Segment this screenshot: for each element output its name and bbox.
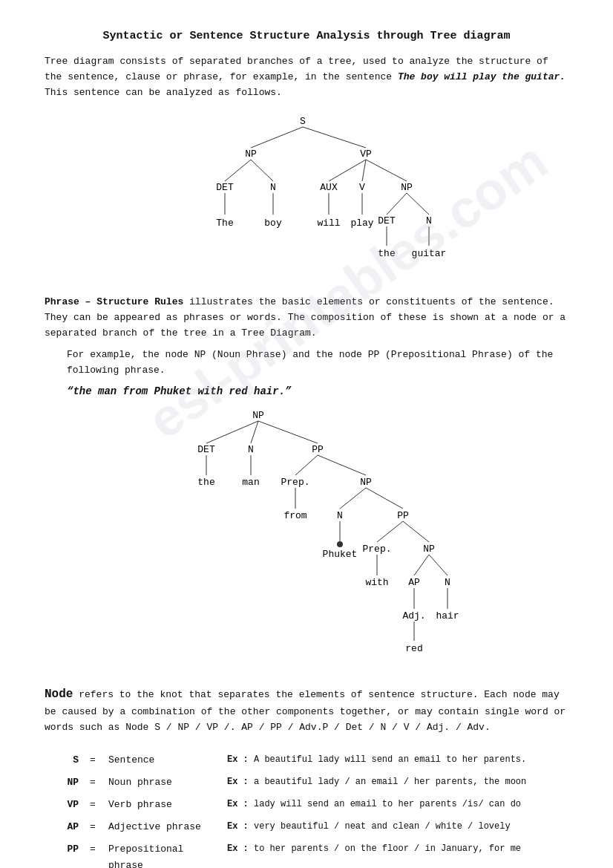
eq-cell: = bbox=[82, 838, 104, 868]
svg-text:NP: NP bbox=[252, 410, 264, 421]
intro-end: This sentence can be analyzed as follows… bbox=[45, 87, 282, 98]
svg-line-32 bbox=[206, 421, 258, 443]
name-cell: Noun phrase bbox=[104, 771, 223, 794]
svg-text:will: will bbox=[317, 218, 340, 229]
table-row: S = Sentence Ex : A beautiful lady will … bbox=[45, 749, 568, 771]
svg-line-41 bbox=[318, 455, 366, 475]
phrase-structure-header: Phrase – Structure Rules bbox=[45, 296, 183, 307]
svg-text:the: the bbox=[378, 248, 395, 259]
table-row: NP = Noun phrase Ex : a beautiful lady /… bbox=[45, 771, 568, 794]
svg-text:man: man bbox=[242, 477, 259, 488]
example-cell: Ex : to her parents / on the floor / in … bbox=[223, 838, 568, 868]
svg-text:AUX: AUX bbox=[320, 182, 338, 193]
svg-point-55 bbox=[337, 541, 343, 547]
name-cell: Verb phrase bbox=[104, 794, 223, 816]
svg-text:Prep.: Prep. bbox=[362, 544, 391, 555]
name-cell: Sentence bbox=[104, 749, 223, 771]
svg-text:DET: DET bbox=[378, 215, 396, 226]
svg-text:play: play bbox=[350, 218, 373, 229]
svg-text:N: N bbox=[337, 510, 343, 521]
svg-line-48 bbox=[366, 488, 403, 509]
svg-line-20 bbox=[407, 193, 429, 215]
svg-line-47 bbox=[340, 488, 366, 509]
eq-cell: = bbox=[82, 749, 104, 771]
table-row: PP = Prepositional phrase Ex : to her pa… bbox=[45, 838, 568, 868]
abbr-cell: PP bbox=[45, 838, 82, 868]
svg-text:red: red bbox=[405, 643, 422, 654]
svg-text:PP: PP bbox=[312, 444, 324, 455]
node-header: Node bbox=[45, 688, 73, 701]
tree-svg-2: NP DET N PP the man Prep. NP from N PP bbox=[151, 405, 462, 672]
table-row: VP = Verb phrase Ex : lady will send an … bbox=[45, 794, 568, 816]
svg-text:DET: DET bbox=[197, 444, 215, 455]
svg-line-5 bbox=[251, 160, 273, 181]
abbr-cell: AP bbox=[45, 816, 82, 838]
svg-text:boy: boy bbox=[264, 218, 282, 229]
svg-text:Phuket: Phuket bbox=[323, 549, 358, 560]
svg-text:The: The bbox=[216, 218, 233, 229]
phrase-table: S = Sentence Ex : A beautiful lady will … bbox=[45, 749, 568, 868]
eq-cell: = bbox=[82, 771, 104, 794]
svg-text:V: V bbox=[359, 182, 365, 193]
svg-line-4 bbox=[225, 160, 251, 181]
eq-cell: = bbox=[82, 816, 104, 838]
svg-text:N: N bbox=[426, 215, 432, 226]
svg-line-33 bbox=[251, 421, 258, 443]
svg-line-19 bbox=[387, 193, 407, 215]
ex-label: Ex : bbox=[227, 777, 249, 787]
example-cell: Ex : A beautiful lady will send an email… bbox=[223, 749, 568, 771]
abbr-cell: S bbox=[45, 749, 82, 771]
svg-line-1 bbox=[251, 127, 303, 148]
svg-text:N: N bbox=[248, 444, 254, 455]
svg-line-34 bbox=[258, 421, 318, 443]
svg-text:the: the bbox=[197, 477, 214, 488]
svg-line-2 bbox=[303, 127, 366, 148]
svg-line-8 bbox=[362, 160, 366, 181]
svg-line-53 bbox=[377, 521, 403, 542]
abbr-cell: VP bbox=[45, 794, 82, 816]
svg-text:NP: NP bbox=[360, 477, 372, 488]
phrase-structure-body2: For example, the node NP (Noun Phrase) a… bbox=[45, 347, 568, 379]
svg-text:NP: NP bbox=[401, 182, 413, 193]
phrase-structure-section: Phrase – Structure Rules illustrates the… bbox=[45, 295, 568, 341]
tree-diagram-2: NP DET N PP the man Prep. NP from N PP bbox=[45, 405, 568, 672]
page-title: Syntactic or Sentence Structure Analysis… bbox=[45, 30, 568, 42]
svg-text:N: N bbox=[445, 577, 450, 588]
svg-text:guitar: guitar bbox=[412, 248, 447, 259]
tree-diagram-1: S NP VP DET N AUX V NP bbox=[45, 111, 568, 281]
svg-line-60 bbox=[414, 555, 429, 575]
node-body: refers to the knot that separates the el… bbox=[45, 689, 566, 732]
svg-line-61 bbox=[429, 555, 448, 575]
svg-text:DET: DET bbox=[216, 182, 234, 193]
svg-line-7 bbox=[329, 160, 366, 181]
node-section: Node refers to the knot that separates t… bbox=[45, 685, 568, 735]
example-phrase: “the man from Phuket with red hair.” bbox=[67, 385, 568, 397]
example-cell: Ex : very beautiful / neat and clean / w… bbox=[223, 816, 568, 838]
svg-line-54 bbox=[403, 521, 429, 542]
name-cell: Adjective phrase bbox=[104, 816, 223, 838]
abbr-cell: NP bbox=[45, 771, 82, 794]
svg-text:S: S bbox=[300, 116, 306, 127]
name-cell: Prepositional phrase bbox=[104, 838, 223, 868]
svg-text:VP: VP bbox=[360, 149, 372, 160]
svg-text:PP: PP bbox=[397, 510, 409, 521]
example-cell: Ex : lady will send an email to her pare… bbox=[223, 794, 568, 816]
svg-text:with: with bbox=[365, 577, 388, 588]
intro-italic: The boy will play the guitar. bbox=[398, 71, 566, 82]
svg-line-40 bbox=[295, 455, 318, 475]
svg-text:NP: NP bbox=[423, 544, 435, 555]
ex-label: Ex : bbox=[227, 843, 249, 854]
ex-label: Ex : bbox=[227, 821, 249, 832]
table-row: AP = Adjective phrase Ex : very beautifu… bbox=[45, 816, 568, 838]
svg-text:N: N bbox=[270, 182, 276, 193]
tree-svg-1: S NP VP DET N AUX V NP bbox=[151, 111, 462, 281]
eq-cell: = bbox=[82, 794, 104, 816]
svg-text:Adj.: Adj. bbox=[402, 610, 425, 621]
svg-text:AP: AP bbox=[408, 577, 420, 588]
intro-paragraph: Tree diagram consists of separated branc… bbox=[45, 54, 568, 100]
svg-text:Prep.: Prep. bbox=[281, 477, 309, 488]
example-cell: Ex : a beautiful lady / an email / her p… bbox=[223, 771, 568, 794]
ex-label: Ex : bbox=[227, 754, 249, 765]
svg-text:from: from bbox=[283, 510, 306, 521]
svg-text:NP: NP bbox=[245, 149, 257, 160]
